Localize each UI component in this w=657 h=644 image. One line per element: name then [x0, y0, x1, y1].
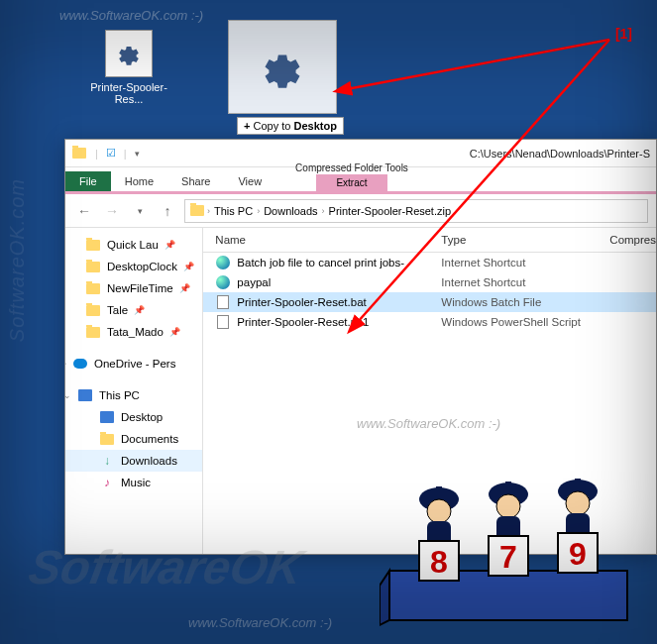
tooltip-target: Desktop — [293, 120, 336, 132]
window-title-path: C:\Users\Nenad\Downloads\Printer-S — [470, 148, 650, 160]
music-icon: ♪ — [99, 475, 115, 490]
nav-item-tata[interactable]: Tata_Mado📌 — [65, 321, 202, 343]
copy-tooltip: + Copy to Desktop — [237, 117, 344, 135]
nav-item-onedrive[interactable]: ›OneDrive - Pers — [65, 353, 202, 375]
ps1-file-icon — [215, 314, 231, 330]
file-row[interactable]: Batch job file to cancel print jobs- Int… — [203, 253, 656, 272]
recent-button[interactable]: ▾ — [129, 200, 151, 222]
bat-file-icon — [215, 294, 231, 310]
pin-icon: 📌 — [179, 283, 190, 293]
nav-item-documents[interactable]: Documents — [65, 428, 202, 450]
file-row[interactable]: paypal Internet Shortcut — [203, 272, 656, 292]
nav-item-quick[interactable]: Quick Lau📌 — [65, 234, 202, 256]
pin-icon: 📌 — [169, 327, 180, 337]
qat-divider: | — [95, 148, 98, 160]
tab-view[interactable]: View — [224, 171, 275, 191]
svg-rect-11 — [505, 482, 511, 487]
shortcut-icon — [105, 30, 153, 77]
pin-icon: 📌 — [164, 240, 175, 250]
nav-item-desktop[interactable]: Desktop — [65, 406, 202, 428]
svg-marker-3 — [380, 571, 389, 625]
svg-text:9: 9 — [569, 536, 587, 572]
tab-file[interactable]: File — [65, 171, 111, 191]
crumb-thispc[interactable]: This PC — [212, 205, 255, 217]
nav-item-thispc[interactable]: ⌄This PC — [65, 384, 202, 406]
annotation-label: [1] — [615, 26, 632, 42]
nav-item-tale[interactable]: Tale📌 — [65, 299, 202, 321]
chevron-right-icon: › — [322, 206, 325, 216]
back-button[interactable]: ← — [73, 200, 95, 222]
up-button[interactable]: ↑ — [157, 200, 178, 222]
navigation-pane[interactable]: Quick Lau📌 DesktopClock📌 NewFileTime📌 Ta… — [65, 228, 203, 554]
dropdown-icon[interactable]: ▾ — [135, 149, 140, 159]
nav-item-desktopclock[interactable]: DesktopClock📌 — [65, 256, 202, 277]
download-icon: ↓ — [99, 453, 115, 469]
internet-shortcut-icon — [215, 274, 231, 290]
tab-home[interactable]: Home — [111, 171, 167, 191]
svg-rect-17 — [575, 479, 581, 484]
address-bar[interactable]: › This PC › Downloads › Printer-Spooler-… — [184, 199, 648, 223]
navbar: ← → ▾ ↑ › This PC › Downloads › Printer-… — [65, 194, 656, 228]
shortcut-label: Printer-Spooler-Res... — [79, 81, 178, 105]
pin-icon: 📌 — [183, 262, 194, 271]
desktop-shortcut[interactable]: Printer-Spooler-Res... — [79, 30, 178, 105]
file-row[interactable]: Printer-Spooler-Reset.ps1 Windows PowerS… — [203, 312, 656, 332]
crumb-zip[interactable]: Printer-Spooler-Reset.zip — [327, 205, 454, 217]
checkbox-icon[interactable]: ☑ — [106, 147, 116, 160]
chevron-right-icon: › — [65, 359, 66, 369]
zip-icon — [189, 203, 205, 219]
gears-icon — [115, 40, 143, 67]
internet-shortcut-icon — [215, 255, 231, 270]
forward-button[interactable]: → — [101, 200, 123, 222]
svg-line-0 — [347, 40, 609, 89]
column-headers[interactable]: Name Type Compres — [203, 228, 656, 253]
gears-icon — [258, 43, 307, 92]
tooltip-action: Copy to — [254, 120, 291, 132]
contextual-tab-title: Compressed Folder Tools — [295, 161, 408, 174]
watermark-vertical: SoftwareOK.com — [6, 178, 29, 342]
qat-divider: | — [124, 148, 127, 160]
svg-point-6 — [427, 499, 451, 523]
svg-text:7: 7 — [499, 539, 517, 575]
ribbon-tabs: File Home Share View Compressed Folder T… — [65, 167, 656, 191]
pin-icon: 📌 — [134, 305, 145, 315]
svg-rect-5 — [436, 486, 442, 492]
svg-point-18 — [566, 491, 590, 515]
chevron-right-icon: › — [257, 206, 260, 216]
crumb-downloads[interactable]: Downloads — [262, 205, 319, 217]
tab-share[interactable]: Share — [167, 171, 224, 191]
nav-item-downloads[interactable]: ↓Downloads — [65, 450, 202, 472]
nav-item-newfiletime[interactable]: NewFileTime📌 — [65, 277, 202, 299]
header-name[interactable]: Name — [203, 234, 441, 246]
svg-point-12 — [496, 494, 520, 518]
tab-extract[interactable]: Extract — [316, 174, 386, 191]
header-type[interactable]: Type — [441, 234, 609, 246]
svg-text:8: 8 — [430, 544, 448, 580]
chevron-down-icon: ⌄ — [65, 390, 71, 400]
chevron-right-icon: › — [207, 206, 210, 216]
judges-cartoon: 8 7 9 — [380, 452, 637, 634]
nav-item-music[interactable]: ♪Music — [65, 472, 202, 493]
plus-icon: + — [244, 120, 250, 132]
header-compressed[interactable]: Compres — [609, 234, 656, 246]
folder-icon — [71, 146, 87, 161]
drag-preview — [228, 20, 337, 114]
watermark-text: www.SoftwareOK.com :-) — [188, 615, 332, 630]
watermark-text: www.SoftwareOK.com :-) — [59, 8, 203, 23]
file-row-selected[interactable]: Printer-Spooler-Reset.bat Windows Batch … — [203, 292, 656, 312]
